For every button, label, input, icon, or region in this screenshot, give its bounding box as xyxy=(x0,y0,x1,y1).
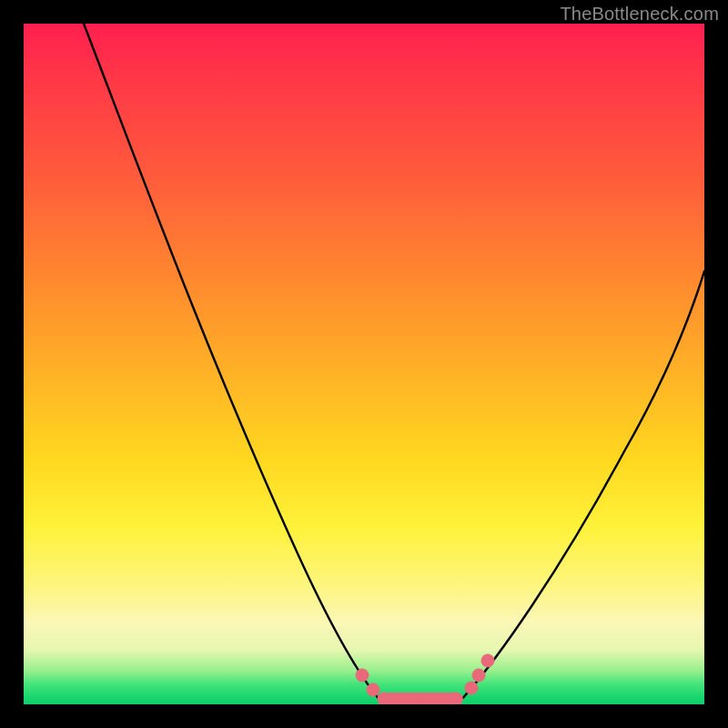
svg-point-8 xyxy=(472,669,485,682)
svg-point-4 xyxy=(412,694,425,704)
svg-point-7 xyxy=(465,682,478,694)
watermark-text: TheBottleneck.com xyxy=(560,4,719,25)
chart-svg xyxy=(24,24,704,704)
svg-point-5 xyxy=(430,694,443,704)
svg-point-6 xyxy=(449,693,461,704)
chart-plot-area xyxy=(24,24,704,704)
chart-frame: TheBottleneck.com xyxy=(0,0,728,728)
svg-point-1 xyxy=(367,683,379,696)
svg-point-0 xyxy=(356,669,369,682)
left-branch-path xyxy=(84,24,380,701)
svg-point-9 xyxy=(481,654,494,667)
svg-point-2 xyxy=(378,693,390,704)
svg-point-3 xyxy=(394,694,407,704)
right-branch-path xyxy=(460,271,704,701)
